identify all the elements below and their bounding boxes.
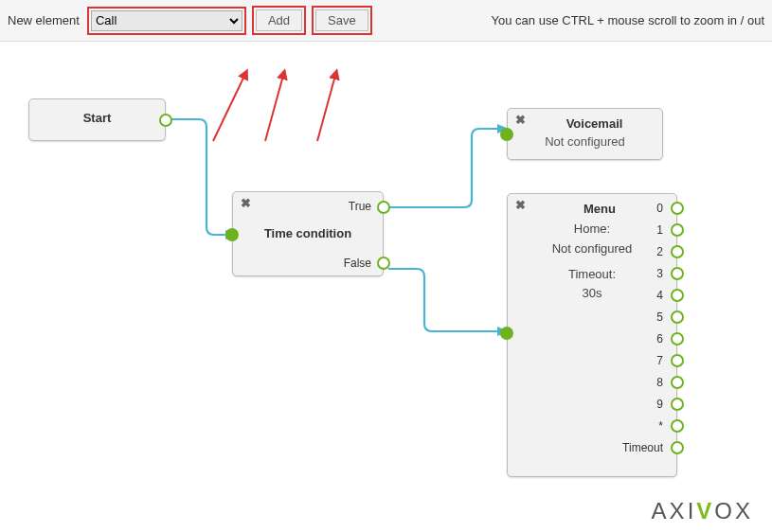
menu-out-label-3: 3 [606,267,663,280]
port-menu-out-1[interactable] [671,223,684,237]
zoom-hint: You can use CTRL + mouse scroll to zoom … [492,13,764,27]
new-element-label: New element [8,13,80,27]
port-menu-out-Timeout[interactable] [671,441,684,454]
annotation-arrows [213,72,336,141]
port-start-out[interactable] [159,114,172,127]
svg-line-0 [213,72,246,141]
node-tc-title: Time condition [233,226,383,240]
new-element-select[interactable]: Call [91,10,242,31]
port-menu-out-3[interactable] [671,267,684,280]
port-menu-out-7[interactable] [671,354,684,367]
node-start-title: Start [29,111,165,125]
add-button[interactable]: Add [256,9,302,31]
port-tc-in[interactable] [225,228,239,241]
menu-out-label-8: 8 [606,376,663,389]
menu-out-label-Timeout: Timeout [606,441,663,454]
port-vm-in[interactable] [500,128,513,141]
node-voicemail[interactable]: ✖ Voicemail Not configured [507,108,663,160]
highlight-box-save: Save [312,6,372,35]
svg-line-2 [317,72,336,141]
port-menu-out-8[interactable] [671,376,684,389]
menu-out-label-9: 9 [606,398,663,411]
node-vm-sub: Not configured [508,134,662,149]
port-menu-out-6[interactable] [671,332,684,346]
menu-out-label-5: 5 [606,310,663,324]
node-menu[interactable]: ✖ Menu Home: Not configured Timeout: 30s… [507,193,677,477]
menu-out-label-2: 2 [606,245,663,258]
port-menu-out-*[interactable] [671,419,684,433]
menu-out-label-6: 6 [606,332,663,346]
port-menu-in[interactable] [500,327,513,340]
menu-out-label-1: 1 [606,223,663,237]
menu-out-label-0: 0 [606,202,663,215]
highlight-box-add: Add [252,6,306,35]
node-vm-title: Voicemail [508,116,662,131]
close-icon[interactable]: ✖ [515,113,526,127]
dialplan-canvas[interactable]: Start ✖ Time condition True False ✖ Voic… [0,42,772,532]
port-menu-out-0[interactable] [671,202,684,215]
brand-logo: AXIVOX [652,498,753,524]
port-menu-out-5[interactable] [671,310,684,324]
tc-out-false-label: False [344,257,371,270]
toolbar: New element Call Add Save You can use CT… [0,0,772,42]
node-time-condition[interactable]: ✖ Time condition True False [232,191,384,276]
port-menu-out-2[interactable] [671,245,684,258]
menu-out-label-4: 4 [606,289,663,302]
port-menu-out-9[interactable] [671,398,684,411]
menu-out-label-*: * [606,419,663,433]
node-start[interactable]: Start [28,98,166,141]
save-button[interactable]: Save [315,9,368,31]
close-icon[interactable]: ✖ [241,196,251,210]
port-tc-true[interactable] [377,201,390,214]
svg-line-1 [265,72,284,141]
close-icon[interactable]: ✖ [515,198,526,212]
port-menu-out-4[interactable] [671,289,684,302]
tc-out-true-label: True [349,200,371,213]
menu-out-label-7: 7 [606,354,663,367]
port-tc-false[interactable] [377,257,390,270]
highlight-box-select: Call [87,7,246,35]
